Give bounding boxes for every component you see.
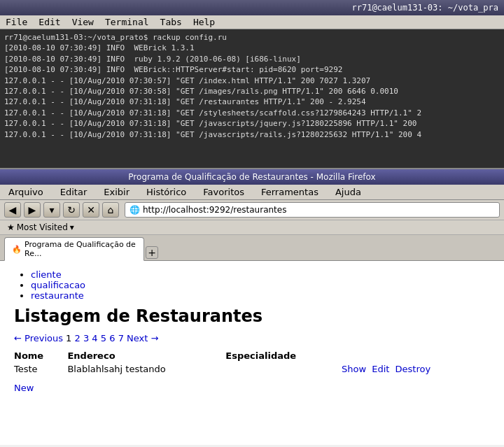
globe-icon: 🌐 — [130, 205, 140, 215]
firefox-title: Programa de Qualificação de Restaurantes… — [128, 172, 375, 182]
page-num-6[interactable]: 6 — [109, 333, 115, 343]
most-visited-bookmark[interactable]: ★ Most Visited ▾ — [4, 222, 77, 233]
back-button[interactable]: ◀ — [4, 202, 21, 218]
new-link[interactable]: New — [14, 383, 490, 393]
nav-link-qualificacao[interactable]: qualificacao — [31, 280, 85, 290]
menu-exibir[interactable]: Exibir — [101, 186, 132, 198]
forward-icon: ▶ — [29, 204, 36, 215]
dropdown-icon: ▾ — [49, 204, 54, 215]
edit-link[interactable]: Edit — [372, 364, 389, 374]
bookmark-dropdown-icon: ▾ — [70, 222, 74, 232]
row-nome: Teste — [14, 362, 67, 376]
row-actions: Show Edit Destroy — [342, 362, 490, 376]
address-bar[interactable]: 🌐 — [125, 202, 500, 218]
bookmark-star-icon: ★ — [7, 222, 15, 232]
tab-label: Programa de Qualificação de Re... — [24, 240, 136, 258]
page-num-5[interactable]: 5 — [101, 333, 106, 343]
menu-ferramentas[interactable]: Ferramentas — [258, 186, 321, 198]
col-endereco: Endereco — [67, 349, 225, 362]
refresh-button[interactable]: ↻ — [63, 202, 80, 218]
tab-favicon: 🔥 — [12, 245, 22, 254]
row-especialidade — [225, 362, 342, 376]
page-num-3[interactable]: 3 — [83, 333, 89, 343]
menu-file[interactable]: File — [6, 17, 27, 27]
menu-view[interactable]: View — [72, 17, 94, 27]
bookmarks-bar: ★ Most Visited ▾ — [0, 220, 504, 235]
table-header-row: Nome Endereco Especialidade — [14, 349, 490, 362]
col-especialidade: Especialidade — [225, 349, 342, 362]
show-link[interactable]: Show — [342, 364, 366, 374]
nav-link-cliente[interactable]: cliente — [31, 269, 62, 280]
next-page-link[interactable]: Next → — [127, 333, 158, 343]
stop-button[interactable]: ✕ — [83, 202, 99, 218]
table-row: Teste Blablahlsahj testando Show Edit De… — [14, 362, 490, 376]
page-num-4[interactable]: 4 — [92, 333, 97, 343]
nav-item-restaurante: restaurante — [31, 290, 490, 301]
pagination: ← Previous 1 2 3 4 5 6 7 Next → — [14, 333, 490, 343]
tab-bar: 🔥 Programa de Qualificação de Re... + — [0, 235, 504, 261]
prev-page-link[interactable]: ← Previous — [14, 333, 63, 343]
page-num-2[interactable]: 2 — [75, 333, 80, 343]
nav-list: cliente qualificacao restaurante — [14, 269, 490, 301]
menu-arquivo[interactable]: Arquivo — [6, 186, 46, 198]
terminal-titlebar: rr71@caelum131-03: ~/vota_pra — [0, 0, 504, 15]
restaurants-table: Nome Endereco Especialidade Teste Blabla… — [14, 349, 490, 376]
col-nome: Nome — [14, 349, 67, 362]
most-visited-label: Most Visited — [17, 222, 68, 232]
firefox-window: Programa de Qualificação de Restaurantes… — [0, 168, 504, 447]
menu-tabs[interactable]: Tabs — [160, 17, 182, 27]
terminal-window: rr71@caelum131-03: ~/vota_pra File Edit … — [0, 0, 504, 168]
address-input[interactable] — [143, 205, 495, 215]
col-actions — [342, 349, 490, 362]
home-button[interactable]: ⌂ — [102, 202, 119, 218]
row-endereco: Blablahlsahj testando — [67, 362, 225, 376]
terminal-menubar[interactable]: File Edit View Terminal Tabs Help — [0, 15, 504, 29]
nav-item-qualificacao: qualificacao — [31, 280, 490, 290]
page-heading: Listagem de Restaurantes — [14, 306, 490, 326]
menu-favoritos[interactable]: Favoritos — [200, 186, 247, 198]
add-tab-icon: + — [148, 247, 156, 258]
terminal-title: rr71@caelum131-03: ~/vota_pra — [351, 3, 498, 13]
nav-item-cliente: cliente — [31, 269, 490, 280]
menu-editar[interactable]: Editar — [57, 186, 90, 198]
add-tab-button[interactable]: + — [146, 246, 158, 259]
stop-icon: ✕ — [87, 204, 95, 215]
page-num-1[interactable]: 1 — [66, 333, 74, 343]
menu-edit[interactable]: Edit — [38, 17, 60, 27]
menu-help[interactable]: Help — [193, 17, 215, 27]
firefox-menubar[interactable]: Arquivo Editar Exibir Histórico Favorito… — [0, 185, 504, 200]
home-icon: ⌂ — [108, 204, 114, 215]
firefox-toolbar: ◀ ▶ ▾ ↻ ✕ ⌂ 🌐 — [0, 200, 504, 220]
menu-terminal[interactable]: Terminal — [105, 17, 149, 27]
table-body: Teste Blablahlsahj testando Show Edit De… — [14, 362, 490, 376]
active-tab[interactable]: 🔥 Programa de Qualificação de Re... — [4, 237, 144, 261]
forward-button[interactable]: ▶ — [24, 202, 41, 218]
terminal-content: rr71@caelum131-03:~/vota_prato$ rackup c… — [0, 29, 504, 143]
page-num-7[interactable]: 7 — [118, 333, 124, 343]
destroy-link[interactable]: Destroy — [396, 364, 431, 374]
nav-links: cliente qualificacao restaurante — [14, 269, 490, 301]
refresh-icon: ↻ — [67, 204, 76, 215]
table-header: Nome Endereco Especialidade — [14, 349, 490, 362]
page-content: cliente qualificacao restaurante Listage… — [0, 261, 504, 445]
menu-historico[interactable]: Histórico — [144, 186, 189, 198]
firefox-titlebar: Programa de Qualificação de Restaurantes… — [0, 169, 504, 185]
nav-link-restaurante[interactable]: restaurante — [31, 290, 84, 301]
menu-ajuda[interactable]: Ajuda — [332, 186, 364, 198]
back-icon: ◀ — [9, 204, 17, 215]
dropdown-button[interactable]: ▾ — [43, 202, 60, 218]
